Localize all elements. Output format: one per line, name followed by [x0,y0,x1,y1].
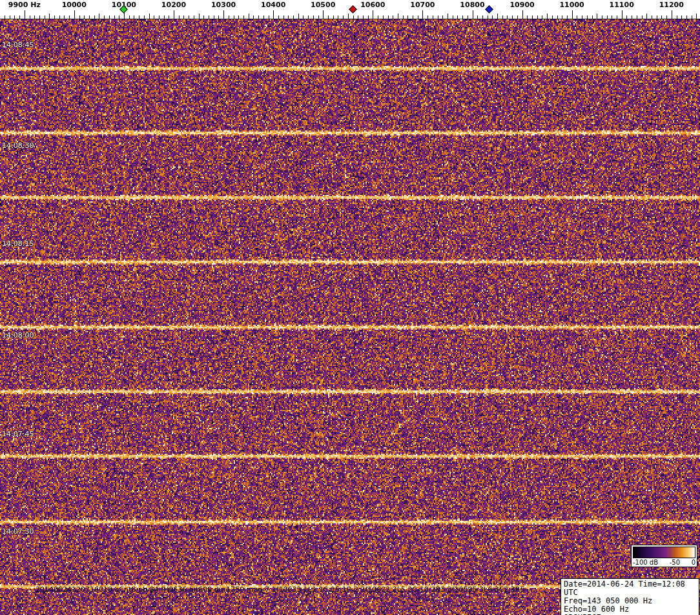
axis-tick [338,15,338,19]
axis-tick [388,15,389,19]
axis-tick [183,15,184,19]
axis-tick [74,10,75,19]
colorbar: -100 dB -50 0 [631,545,697,567]
axis-tick [89,15,90,19]
axis-tick [238,15,239,19]
axis-tick [577,15,577,19]
axis-tick [363,15,364,19]
axis-tick [587,15,588,19]
axis-tick [278,15,279,19]
axis-tick [413,15,413,19]
axis-tick [263,15,264,19]
axis-tick [403,15,404,19]
axis-tick [422,10,423,19]
axis-tick [139,15,139,19]
axis-tick [657,15,657,19]
observation-info-box: Date=2014-06-24 Time=12:08 UTC Freq=143 … [561,578,699,615]
colorbar-max-label: 0 [692,559,695,566]
axis-tick [612,15,612,19]
axis-tick [159,15,160,19]
axis-tick [39,15,40,19]
axis-label-10500: 10500 [311,1,335,9]
axis-tick [438,15,438,19]
axis-tick [562,15,562,19]
axis-tick [522,10,523,19]
axis-tick [234,15,234,19]
axis-tick [532,15,533,19]
axis-tick [448,14,448,19]
axis-tick [622,10,623,19]
axis-tick [134,15,134,19]
axis-tick [25,10,25,19]
axis-tick [368,15,369,19]
axis-tick [626,15,627,19]
info-date-line: Date=2014-06-24 Time=12:08 UTC [564,580,696,597]
axis-tick [537,15,538,19]
axis-label-10600: 10600 [360,1,385,9]
axis-tick [512,15,513,19]
axis-tick [203,15,204,19]
axis-tick [442,15,443,19]
axis-label-11000: 11000 [559,1,584,9]
axis-tick [174,10,174,19]
axis-tick [661,15,662,19]
axis-tick [144,15,145,19]
axis-tick [567,15,568,19]
axis-tick [453,15,453,19]
axis-tick [298,14,299,19]
axis-tick [194,15,194,19]
axis-tick [243,15,244,19]
colorbar-gradient [633,547,695,558]
axis-label-10200: 10200 [161,1,186,9]
axis-tick [677,15,677,19]
axis-tick [617,15,617,19]
axis-tick [468,15,468,19]
axis-tick [209,15,209,19]
axis-label-11100: 11100 [610,1,634,9]
spectrogram-waterfall[interactable] [0,19,700,615]
axis-tick [582,15,582,19]
axis-tick [84,15,85,19]
axis-tick [69,15,70,19]
axis-tick [517,15,518,19]
axis-tick [94,15,95,19]
axis-tick [323,10,324,19]
axis-tick [373,10,373,19]
axis-tick [223,10,224,19]
axis-tick [59,15,60,19]
axis-tick [109,15,110,19]
axis-tick [293,15,294,19]
axis-tick [164,15,165,19]
axis-tick [64,15,65,19]
axis-tick [477,15,478,19]
axis-tick [249,14,249,19]
blue-marker-icon[interactable] [485,5,493,14]
axis-tick [229,15,229,19]
axis-tick [502,15,503,19]
axis-tick [457,15,458,19]
axis-tick [154,15,154,19]
axis-tick [378,15,378,19]
axis-tick [492,15,493,19]
frequency-axis: 9900 Hz100001010010200103001040010500106… [0,0,700,19]
axis-label-10700: 10700 [410,1,435,9]
axis-tick [527,15,528,19]
axis-label-10400: 10400 [261,1,285,9]
axis-tick [49,14,50,19]
colorbar-min-label: -100 dB [633,559,658,566]
axis-tick [34,15,35,19]
axis-label-10000: 10000 [62,1,87,9]
axis-tick [328,15,329,19]
axis-tick [462,15,463,19]
axis-tick [19,15,20,19]
axis-tick [637,15,637,19]
axis-tick [602,15,602,19]
axis-tick [14,15,15,19]
axis-tick [30,15,30,19]
axis-tick [592,15,593,19]
axis-tick [507,15,508,19]
axis-tick [179,15,180,19]
axis-tick [652,15,652,19]
red-marker-icon[interactable] [349,5,357,14]
axis-tick [632,15,632,19]
